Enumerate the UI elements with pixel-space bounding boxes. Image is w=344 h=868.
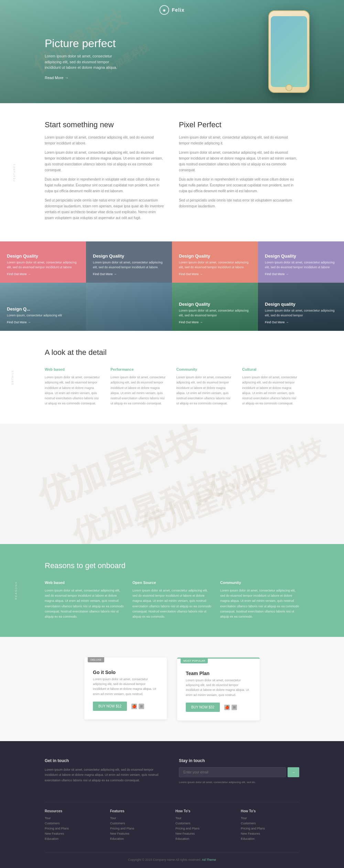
- detail-comm-text: Lorem ipsum dolor sit amet, consectetur …: [176, 375, 234, 406]
- pixel-col: Pixel Perfect Lorem ipsum dolor sit amet…: [179, 120, 299, 224]
- detail-cult-text: Lorem ipsum dolor sit amet, consectetur …: [242, 375, 299, 406]
- detail-web-head: Web based: [45, 367, 102, 371]
- reasons-comm-text: Lorem ipsum dolor sit amet, consectetur …: [220, 588, 299, 620]
- pricing-desc-solo: Lorem ipsum dolor sit amet, consectetur …: [93, 677, 158, 697]
- hero-section: 优加星科技 优加星科技 ◉ Felix Picture perfect Lore…: [0, 0, 344, 103]
- pricing-badge-team: MOST POPULAR: [181, 658, 208, 663]
- pixel-para2: Lorem ipsum dolor sit amet, consectetur …: [179, 150, 299, 173]
- footer-link-howto-3[interactable]: New Features: [175, 832, 234, 835]
- pricing-badge-solo: DELUXE: [88, 657, 104, 662]
- hero-title: Picture perfect: [45, 37, 120, 50]
- footer-get-in-touch: Get in touch Lorem ipsum dolor sit amet,…: [45, 758, 165, 788]
- footer-extra-col: How To's Tour Customers Pricing and Plan…: [241, 809, 299, 842]
- footer-link-extra-1[interactable]: Customers: [241, 822, 299, 825]
- card-2-desc: Lorem ipsum dolor sit amet, consectetur …: [93, 260, 165, 270]
- card-2-title: Design Quality: [93, 253, 165, 259]
- card-5[interactable]: Design Q... Lorem ipsum, consectetur adi…: [0, 283, 86, 331]
- phone-screen-image: [271, 16, 307, 87]
- detail-cols: Web based Lorem ipsum dolor sit amet, co…: [45, 367, 299, 406]
- card-7-link[interactable]: Find Out More: [265, 321, 337, 324]
- buy-solo-button[interactable]: BUY NOW $12: [93, 702, 127, 711]
- footer-link-features-3[interactable]: New Features: [110, 832, 169, 835]
- reasons-open-text: Lorem ipsum dolor sit amet, consectetur …: [132, 588, 212, 620]
- footer-link-features-2[interactable]: Pricing and Plans: [110, 827, 169, 830]
- footer-link-howto-0[interactable]: Tour: [175, 816, 234, 820]
- windows-icon: ⊞: [139, 704, 144, 709]
- start-para1: Lorem ipsum dolor sit amet, consectetur …: [45, 134, 165, 146]
- reasons-web-head: Web based: [45, 581, 124, 585]
- footer-link-howto-2[interactable]: Pricing and Plans: [175, 827, 234, 830]
- footer-link-features-0[interactable]: Tour: [110, 816, 169, 820]
- footer-link-resources-2[interactable]: Pricing and Plans: [45, 827, 103, 830]
- card-7[interactable]: Design quality Lorem ipsum dolor sit ame…: [258, 283, 344, 331]
- apple-icon: 🍎: [131, 704, 137, 709]
- start-heading: Start something new: [45, 120, 165, 129]
- start-para2: Lorem ipsum dolor sit amet, consectetur …: [45, 150, 165, 173]
- detail-perf-head: Performance: [110, 367, 168, 371]
- footer-links-grid: Resources Tour Customers Pricing and Pla…: [45, 802, 299, 842]
- footer-link-extra-0[interactable]: Tour: [241, 816, 299, 820]
- card-6-desc: Lorem ipsum dolor sit amet, consectetur …: [179, 308, 251, 318]
- card-4-link[interactable]: Find Out More: [265, 272, 337, 276]
- card-2-link[interactable]: Find Out More: [93, 272, 165, 276]
- footer-link-resources-1[interactable]: Customers: [45, 822, 103, 825]
- buy-team-button[interactable]: BUY NOW $32: [186, 703, 220, 712]
- pricing-card-solo: DELUXE Go it Solo Lorem ipsum dolor sit …: [84, 658, 167, 720]
- card-3-desc: Lorem ipsum dolor sit amet, consectetur …: [179, 260, 251, 270]
- pricing-platform-icons-team: 🍎 ⊞: [224, 705, 237, 710]
- footer-link-howto-4[interactable]: Education: [175, 837, 234, 840]
- footer-link-extra-3[interactable]: New Features: [241, 832, 299, 835]
- detail-web-text: Lorem ipsum dolor sit amet, consectetur …: [45, 375, 102, 406]
- footer-git-text: Lorem ipsum dolor sit amet, consectetur …: [45, 767, 165, 783]
- phone-mockup: [251, 3, 327, 103]
- pixel-heading: Pixel Perfect: [179, 120, 299, 129]
- pricing-desc-team: Lorem ipsum dolor sit amet, consectetur …: [186, 678, 251, 698]
- footer-link-extra-2[interactable]: Pricing and Plans: [241, 827, 299, 830]
- reasons-col-open: Open Source Lorem ipsum dolor sit amet, …: [132, 581, 212, 620]
- footer-email-input[interactable]: [179, 767, 286, 777]
- hero-content: Picture perfect Lorem ipsum dolor sit am…: [0, 23, 120, 80]
- footer-resources-col: Resources Tour Customers Pricing and Pla…: [45, 809, 103, 842]
- card-4[interactable]: Design Quality Lorem ipsum dolor sit ame…: [258, 241, 344, 283]
- pixel-para4: Sed ut perspiciatis unde omnis iste natu…: [179, 197, 299, 209]
- card-1[interactable]: Design Quality Lorem ipsum dolor sit ame…: [0, 241, 86, 283]
- card-3[interactable]: Design Quality Lorem ipsum dolor sit ame…: [172, 241, 258, 283]
- reasons-grid: Web based Lorem ipsum dolor sit amet, co…: [45, 581, 299, 620]
- card-1-title: Design Quality: [7, 253, 79, 259]
- footer-howto-title: How To's: [175, 809, 234, 813]
- reasons-col-web: Web based Lorem ipsum dolor sit amet, co…: [45, 581, 124, 620]
- footer-bottom: Copyright © 2015 Company name All rights…: [45, 853, 299, 861]
- card-3-link[interactable]: Find Out More: [179, 272, 251, 276]
- footer-stay-in-touch: Stay in touch → Lorem ipsum dolor sit am…: [179, 758, 299, 788]
- footer-credit-link[interactable]: Ad Theme: [202, 858, 216, 861]
- card-5-link[interactable]: Find Out More: [7, 321, 79, 324]
- reasons-heading: Reasons to get onboard: [45, 561, 299, 570]
- footer-link-resources-3[interactable]: New Features: [45, 832, 103, 835]
- footer-features-col: Features Tour Customers Pricing and Plan…: [110, 809, 169, 842]
- reasons-web-text: Lorem ipsum dolor sit amet, consectetur …: [45, 588, 124, 620]
- detail-col-cult: Cultural Lorem ipsum dolor sit amet, con…: [242, 367, 299, 406]
- hero-subtitle: Lorem ipsum dolor sit amet, consectetur …: [45, 53, 120, 70]
- footer-link-resources-0[interactable]: Tour: [45, 816, 103, 820]
- detail-comm-head: Community: [176, 367, 234, 371]
- footer-link-features-4[interactable]: Education: [110, 837, 169, 840]
- phone-screen: [271, 16, 307, 87]
- windows-icon-team: ⊞: [232, 705, 237, 710]
- hero-nav: ◉ Felix: [160, 5, 185, 15]
- card-2[interactable]: Design Quality Lorem ipsum dolor sit ame…: [86, 241, 172, 283]
- card-7-desc: Lorem ipsum dolor sit amet, consectetur …: [265, 308, 337, 318]
- card-1-link[interactable]: Find Out More: [7, 272, 79, 276]
- card-6-link[interactable]: Find Out More: [179, 321, 251, 324]
- start-para4: Sed ut perspiciatis unde omnis iste natu…: [45, 197, 165, 221]
- read-more-link[interactable]: Read More: [45, 76, 120, 80]
- card-6[interactable]: Design Quality Lorem ipsum dolor sit ame…: [172, 283, 258, 331]
- detail-col-web: Web based Lorem ipsum dolor sit amet, co…: [45, 367, 102, 406]
- footer-link-extra-4[interactable]: Education: [241, 837, 299, 840]
- footer-link-resources-4[interactable]: Education: [45, 837, 103, 840]
- side-label-detail: DETAILS: [11, 370, 14, 385]
- footer-link-howto-1[interactable]: Customers: [175, 822, 234, 825]
- footer-link-features-1[interactable]: Customers: [110, 822, 169, 825]
- footer-email-button[interactable]: →: [288, 767, 299, 777]
- card-7-title: Design quality: [265, 302, 337, 307]
- card-6-title: Design Quality: [179, 302, 251, 307]
